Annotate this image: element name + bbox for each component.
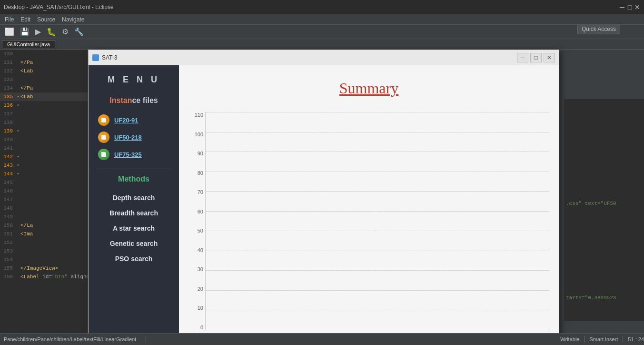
code-line: 149 xyxy=(0,213,88,221)
ide-title: Desktop - JAVA_SAT/src/GUI.fxml - Eclips… xyxy=(4,4,114,10)
status-sep-3 xyxy=(623,336,623,343)
y-label-80: 80 xyxy=(198,170,203,176)
code-line: 133 xyxy=(0,75,88,84)
dialog-body: M E N U Instance files UF20-91 xyxy=(89,65,559,345)
toolbar-more2[interactable]: 🔧 xyxy=(72,26,86,37)
grid-line-10 xyxy=(206,290,549,291)
status-bar: Pane/children/Pane/children/Label/textFi… xyxy=(0,333,644,345)
y-label-90: 90 xyxy=(198,151,203,156)
y-label-0: 0 xyxy=(200,325,203,330)
right-code-panel: .css" text="UF50 tartY="0.3809523 atio="… xyxy=(564,99,644,321)
y-label-50: 50 xyxy=(198,228,203,233)
code-line: 135 <Lab xyxy=(0,92,88,101)
instance-icon-uf50 xyxy=(98,132,109,143)
dialog-title-bar: SAT-3 ─ □ ✕ xyxy=(89,50,559,65)
toolbar-more1[interactable]: ⚙ xyxy=(60,26,70,37)
toolbar-save[interactable]: 💾 xyxy=(18,26,31,37)
menu-bar: File Edit Source Navigate xyxy=(0,14,644,25)
editor-tab-gui[interactable]: GUIController.java xyxy=(2,40,55,48)
status-position: 51 : 24 xyxy=(628,336,644,342)
grid-line-2 xyxy=(206,132,549,132)
status-sep-2 xyxy=(584,336,585,343)
code-line: 140 xyxy=(0,135,88,144)
method-astar[interactable]: A star search xyxy=(89,221,179,236)
y-label-40: 40 xyxy=(198,247,203,253)
menu-navigate[interactable]: Navigate xyxy=(59,15,87,24)
status-right: Writable Smart Insert 51 : 24 xyxy=(560,336,644,343)
quick-access[interactable]: Quick Access xyxy=(577,24,620,34)
y-label-110: 110 xyxy=(195,112,203,118)
code-line: 154 xyxy=(0,255,88,264)
code-line: 147 xyxy=(0,195,88,204)
instance-item-uf50[interactable]: UF50-218 xyxy=(89,129,179,146)
maximize-btn[interactable]: □ xyxy=(627,4,633,10)
quick-access-label: Quick Access xyxy=(582,26,616,32)
dialog-window: SAT-3 ─ □ ✕ M E N U Instance files xyxy=(88,50,559,345)
code-line: 155 </ImageView> xyxy=(0,264,88,273)
menu-divider xyxy=(96,169,171,169)
instance-name-uf75: UF75-325 xyxy=(114,151,142,158)
method-pso[interactable]: PSO search xyxy=(89,251,179,266)
code-line: 148 xyxy=(0,204,88,213)
code-line: 150 </La xyxy=(0,221,88,230)
instance-item-uf20[interactable]: UF20-91 xyxy=(89,112,179,129)
instance-name-uf20: UF20-91 xyxy=(114,117,139,124)
grid-line-8 xyxy=(206,251,549,251)
method-depth[interactable]: Depth search xyxy=(89,190,179,205)
toolbar-run[interactable]: ▶ xyxy=(33,26,43,37)
code-line: 156 <Label id="btn" alignm xyxy=(0,273,88,281)
y-label-100: 100 xyxy=(195,132,203,137)
instance-files-label: Instance files xyxy=(89,96,179,105)
toolbar: ⬜ 💾 ▶ 🐛 ⚙ 🔧 xyxy=(0,25,644,39)
instance-item-uf75[interactable]: UF75-325 xyxy=(89,146,179,163)
right-code-snippet-1: .css" text="UF50 xyxy=(566,199,642,208)
code-line: 141 xyxy=(0,144,88,152)
code-line: 145 xyxy=(0,178,88,187)
code-line: 142 xyxy=(0,152,88,161)
toolbar-debug[interactable]: 🐛 xyxy=(45,26,58,37)
chart-plot xyxy=(205,112,549,330)
code-line: 136 xyxy=(0,101,88,110)
summary-title: Summary xyxy=(179,65,559,107)
instance-name-uf50: UF50-218 xyxy=(114,134,142,141)
right-code-snippet-2: tartY="0.3809523 xyxy=(566,294,642,302)
minimize-btn[interactable]: ─ xyxy=(619,4,625,10)
menu-panel: M E N U Instance files UF20-91 xyxy=(89,65,179,345)
methods-label: Methods xyxy=(89,175,179,183)
tab-label: GUIController.java xyxy=(7,41,50,47)
menu-source[interactable]: Source xyxy=(34,15,58,24)
method-breadth[interactable]: Breadth search xyxy=(89,205,179,221)
dialog-icon xyxy=(92,54,99,61)
code-line: 137 xyxy=(0,110,88,118)
editor-tabs: GUIController.java xyxy=(0,39,644,50)
grid-line-5 xyxy=(206,191,549,192)
code-line: 131 </Pa xyxy=(0,58,88,67)
method-genetic[interactable]: Genetic search xyxy=(89,236,179,251)
grid-line-6 xyxy=(206,211,549,212)
status-sep-1 xyxy=(146,336,146,343)
dialog-minimize[interactable]: ─ xyxy=(517,53,528,62)
grid-line-3 xyxy=(206,152,549,152)
code-line: 143 xyxy=(0,161,88,170)
grid-line-9 xyxy=(206,270,549,271)
code-line: 132 <Lab xyxy=(0,67,88,75)
content-panel: Summary 110 100 90 80 70 6 xyxy=(179,65,559,345)
grid-line-1 xyxy=(206,112,549,112)
title-bar: Desktop - JAVA_SAT/src/GUI.fxml - Eclips… xyxy=(0,0,644,14)
title-bar-controls: ─ □ ✕ xyxy=(619,4,640,10)
y-label-30: 30 xyxy=(198,266,203,272)
code-line: 144 xyxy=(0,170,88,178)
dialog-title-left: SAT-3 xyxy=(92,54,117,61)
menu-file[interactable]: File xyxy=(2,15,17,24)
menu-edit[interactable]: Edit xyxy=(18,15,33,24)
dialog-maximize[interactable]: □ xyxy=(530,53,542,62)
toolbar-new[interactable]: ⬜ xyxy=(3,26,16,37)
status-writable: Writable xyxy=(560,336,579,342)
main-area: 130 131 </Pa 132 <Lab 133 xyxy=(0,50,644,333)
status-path: Pane/children/Pane/children/Label/textFi… xyxy=(4,336,136,342)
dialog-controls: ─ □ ✕ xyxy=(517,53,555,62)
close-btn[interactable]: ✕ xyxy=(634,4,640,10)
dialog-close[interactable]: ✕ xyxy=(544,53,555,62)
grid-line-4 xyxy=(206,172,549,172)
code-line: 138 xyxy=(0,118,88,127)
